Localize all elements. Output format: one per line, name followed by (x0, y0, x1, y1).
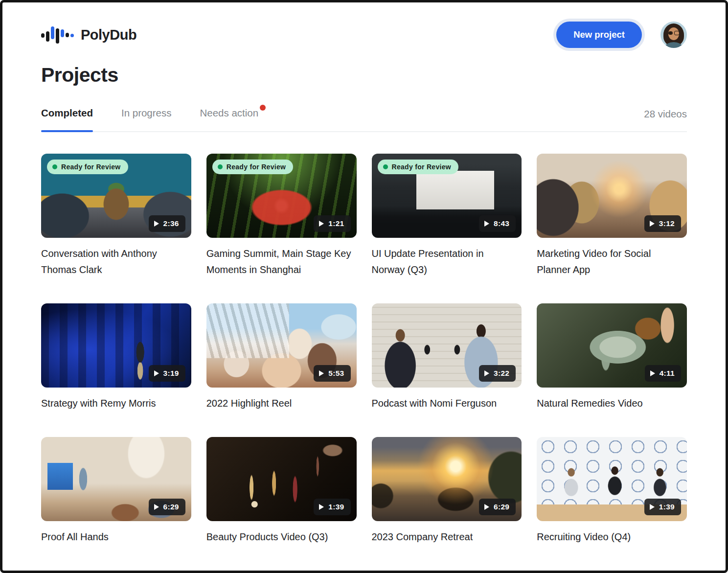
video-thumbnail[interactable]: 4:11 (537, 303, 687, 388)
video-card[interactable]: 3:19 Strategy with Remy Morris (41, 303, 191, 412)
video-count: 28 videos (644, 107, 687, 120)
brand-logo[interactable]: PolyDub (41, 24, 136, 45)
tabs: Completed In progress Needs action (41, 107, 258, 131)
video-card[interactable]: 1:39 Recruiting Video (Q4) (537, 437, 687, 545)
video-title: UI Update Presentation in Norway (Q3) (372, 246, 519, 278)
avatar-glasses (668, 31, 673, 35)
video-thumbnail[interactable]: 6:29 (41, 437, 191, 521)
video-card[interactable]: Ready for Review 8:43 UI Update Presenta… (372, 154, 522, 278)
tab-in-progress-label: In progress (121, 107, 172, 118)
video-card[interactable]: 5:53 2022 Highlight Reel (206, 303, 357, 412)
new-project-button[interactable]: New project (556, 22, 642, 48)
video-card[interactable]: 3:12 Marketing Video for Social Planner … (537, 154, 687, 278)
duration-badge: 4:11 (645, 365, 681, 382)
tab-completed[interactable]: Completed (41, 107, 93, 131)
play-icon (650, 370, 655, 376)
waveform-logo-icon (41, 24, 74, 45)
video-thumbnail[interactable]: Ready for Review 1:21 (206, 154, 357, 238)
tabs-bar: Completed In progress Needs action 28 vi… (41, 107, 687, 132)
duration-label: 4:11 (660, 369, 675, 378)
play-icon (319, 221, 324, 227)
avatar-shoulders (665, 42, 682, 48)
tab-needs-action[interactable]: Needs action (200, 107, 259, 131)
badge-dot-icon (383, 164, 388, 169)
video-title: Marketing Video for Social Planner App (537, 246, 683, 278)
notification-dot (260, 105, 266, 111)
video-card[interactable]: 6:29 2023 Company Retreat (372, 437, 522, 545)
tab-in-progress[interactable]: In progress (121, 107, 172, 131)
play-icon (154, 221, 159, 227)
tab-completed-label: Completed (41, 107, 93, 118)
badge-dot-icon (218, 164, 223, 169)
play-icon (319, 370, 324, 376)
video-title: Strategy with Remy Morris (41, 395, 188, 412)
user-avatar[interactable] (660, 22, 687, 48)
app-header: PolyDub New project (41, 22, 687, 48)
header-actions: New project (556, 22, 687, 48)
duration-badge: 1:39 (314, 499, 350, 515)
status-badge-label: Ready for Review (61, 163, 121, 171)
video-thumbnail[interactable]: Ready for Review 8:43 (372, 154, 522, 238)
video-title: Proof All Hands (41, 529, 188, 545)
video-title: Natural Remedies Video (537, 395, 683, 412)
duration-label: 6:29 (163, 503, 179, 511)
duration-label: 6:29 (494, 503, 509, 511)
video-card[interactable]: Ready for Review 1:21 Gaming Summit, Mai… (206, 154, 357, 278)
play-icon (319, 504, 324, 510)
status-badge: Ready for Review (47, 160, 128, 174)
video-thumbnail[interactable]: 3:22 (372, 303, 522, 388)
video-title: Podcast with Nomi Ferguson (372, 395, 519, 412)
play-icon (484, 221, 489, 227)
duration-label: 2:36 (163, 219, 179, 228)
duration-badge: 1:39 (644, 499, 681, 515)
video-thumbnail[interactable]: 3:12 (537, 154, 687, 238)
duration-label: 1:39 (659, 503, 675, 511)
duration-badge: 3:19 (149, 365, 185, 382)
duration-badge: 1:21 (314, 215, 350, 232)
video-thumbnail[interactable]: 1:39 (206, 437, 357, 521)
video-thumbnail[interactable]: 5:53 (206, 303, 357, 388)
video-title: Recruiting Video (Q4) (537, 529, 683, 545)
video-card[interactable]: 3:22 Podcast with Nomi Ferguson (372, 303, 522, 412)
video-thumbnail[interactable]: 1:39 (537, 437, 687, 521)
video-card[interactable]: Ready for Review 2:36 Conversation with … (41, 154, 191, 278)
video-card[interactable]: 4:11 Natural Remedies Video (537, 303, 687, 412)
duration-badge: 3:22 (479, 365, 516, 382)
status-badge-label: Ready for Review (227, 163, 286, 171)
duration-badge: 6:29 (479, 499, 516, 515)
video-title: Beauty Products Video (Q3) (206, 529, 353, 545)
duration-label: 5:53 (328, 369, 344, 378)
status-badge-label: Ready for Review (392, 163, 452, 171)
brand-name: PolyDub (81, 27, 136, 43)
badge-dot-icon (52, 164, 57, 169)
video-title: 2022 Highlight Reel (206, 395, 353, 412)
play-icon (650, 504, 655, 510)
play-icon (154, 370, 159, 376)
video-card[interactable]: 1:39 Beauty Products Video (Q3) (206, 437, 357, 545)
video-title: Conversation with Anthony Thomas Clark (41, 246, 188, 278)
video-thumbnail[interactable]: 6:29 (372, 437, 522, 521)
duration-badge: 6:29 (149, 499, 185, 515)
projects-page: PolyDub New project Projects Completed I… (0, 0, 728, 545)
video-title: Gaming Summit, Main Stage Key Moments in… (206, 246, 353, 278)
video-card[interactable]: 6:29 Proof All Hands (41, 437, 191, 545)
duration-label: 8:43 (494, 219, 509, 228)
video-grid: Ready for Review 2:36 Conversation with … (41, 154, 687, 545)
duration-label: 1:21 (328, 219, 344, 228)
duration-badge: 2:36 (149, 215, 185, 232)
status-badge: Ready for Review (212, 160, 294, 174)
video-thumbnail[interactable]: 3:19 (41, 303, 191, 388)
play-icon (154, 504, 159, 510)
video-title: 2023 Company Retreat (372, 529, 519, 545)
duration-badge: 5:53 (314, 365, 350, 382)
duration-label: 3:12 (659, 219, 675, 228)
play-icon (484, 370, 489, 376)
play-icon (650, 221, 655, 227)
duration-label: 3:19 (163, 369, 179, 378)
page-title: Projects (41, 64, 687, 87)
tab-needs-action-label: Needs action (200, 107, 259, 118)
duration-badge: 3:12 (644, 215, 681, 232)
video-thumbnail[interactable]: Ready for Review 2:36 (41, 154, 191, 238)
duration-badge: 8:43 (479, 215, 516, 232)
play-icon (484, 504, 489, 510)
